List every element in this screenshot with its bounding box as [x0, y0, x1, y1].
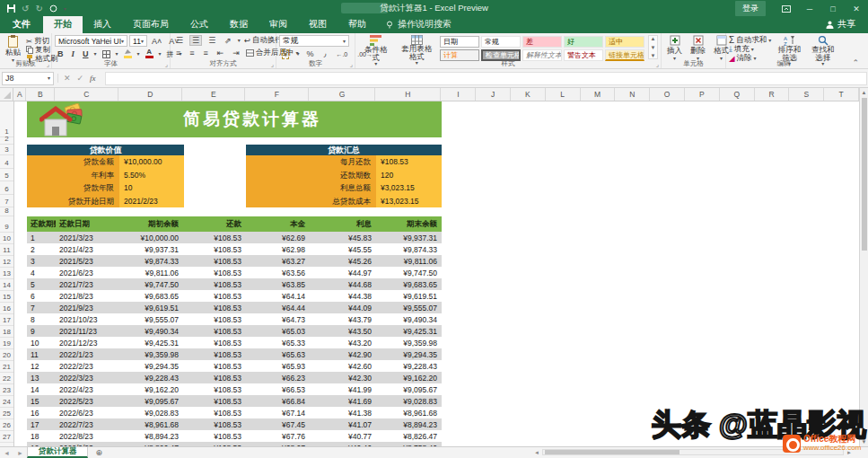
- underline-button[interactable]: U: [80, 48, 92, 59]
- loan-value[interactable]: ¥3,023.15: [376, 181, 442, 195]
- column-header-Q[interactable]: Q: [720, 88, 755, 101]
- row-header-18[interactable]: 18: [0, 326, 13, 338]
- align-bottom-icon[interactable]: ☰: [206, 35, 218, 46]
- loan-row-2[interactable]: 利息总额¥3,023.15: [246, 181, 442, 195]
- amort-row-3[interactable]: 32021/5/23¥9,874.33¥108.53¥63.27¥45.26¥9…: [27, 255, 442, 267]
- ribbon-tab-5[interactable]: 数据: [219, 16, 259, 33]
- decrease-indent-icon[interactable]: ⇤: [215, 48, 227, 58]
- font-name-select[interactable]: Microsoft YaHei UI▾: [55, 35, 127, 47]
- dialog-launcher-icon[interactable]: ⌟: [656, 61, 659, 68]
- enter-icon[interactable]: ✓: [77, 74, 84, 83]
- align-left-icon[interactable]: ≡: [173, 48, 183, 58]
- insert-cells-button[interactable]: 插入▾: [664, 35, 685, 59]
- format-as-table-button[interactable]: 套用表格格式▾: [397, 35, 437, 59]
- undo-icon[interactable]: ↺: [22, 4, 29, 13]
- loan-value[interactable]: ¥108.53: [376, 155, 442, 169]
- row-header-24[interactable]: 24: [0, 396, 13, 408]
- signin-button[interactable]: 登录: [735, 1, 766, 16]
- column-header-I[interactable]: I: [441, 88, 476, 101]
- column-header-A[interactable]: A: [13, 88, 26, 101]
- amort-row-10[interactable]: 102021/12/23¥9,425.31¥108.53¥65.33¥43.20…: [27, 337, 442, 348]
- row-header-17[interactable]: 17: [0, 314, 13, 326]
- ribbon-tab-6[interactable]: 审阅: [259, 16, 298, 33]
- amort-row-16[interactable]: 162022/6/23¥9,028.83¥108.53¥67.14¥41.38¥…: [27, 407, 442, 418]
- cell-style-neutral[interactable]: 适中: [605, 36, 644, 48]
- loan-values-block[interactable]: 贷款价值 贷款金额¥10,000.00年利率5.50%贷款年限10贷款开始日期2…: [27, 145, 184, 207]
- column-header-C[interactable]: C: [55, 88, 118, 101]
- sheet-nav-right-icon[interactable]: ►: [13, 450, 27, 456]
- column-header-R[interactable]: R: [755, 88, 790, 101]
- new-sheet-icon[interactable]: ⊕: [88, 448, 110, 457]
- column-header-K[interactable]: K: [511, 88, 546, 101]
- column-header-G[interactable]: G: [309, 88, 375, 101]
- row-header-25[interactable]: 25: [0, 408, 13, 419]
- bold-button[interactable]: B: [55, 48, 66, 59]
- maximize-icon[interactable]: □: [821, 0, 845, 17]
- cell-style-normal[interactable]: 常规: [481, 36, 521, 48]
- sheet-nav-left-icon[interactable]: ◄: [0, 450, 13, 456]
- delete-cells-button[interactable]: 删除▾: [688, 35, 708, 59]
- row-header-20[interactable]: 20: [0, 349, 13, 361]
- save-icon[interactable]: [7, 4, 15, 13]
- share-button[interactable]: 共享: [813, 16, 868, 33]
- sheet-banner[interactable]: 简易贷款计算器: [27, 101, 442, 137]
- column-header-M[interactable]: M: [581, 88, 616, 101]
- loan-row-2[interactable]: 贷款年限10: [27, 181, 184, 195]
- row-header-22[interactable]: 22: [0, 373, 13, 384]
- row-header-1[interactable]: 1: [0, 101, 13, 137]
- dialog-launcher-icon[interactable]: ⌟: [47, 61, 49, 68]
- row-header-27[interactable]: 27: [0, 431, 13, 443]
- align-right-icon[interactable]: ≡: [201, 48, 211, 58]
- row-header-5[interactable]: 5: [0, 169, 13, 181]
- row-header-3[interactable]: 3: [0, 145, 13, 155]
- row-header-9[interactable]: 9: [0, 216, 13, 233]
- fill-color-icon[interactable]: [121, 48, 135, 59]
- hscroll-thumb[interactable]: [545, 450, 679, 454]
- amort-row-17[interactable]: 172022/7/23¥8,961.68¥108.53¥67.45¥41.07¥…: [27, 418, 442, 430]
- touch-mode-icon[interactable]: [49, 4, 57, 13]
- accounting-dropdown-icon[interactable]: ▾: [296, 52, 299, 56]
- font-color-icon[interactable]: A: [143, 48, 156, 59]
- comma-style-icon[interactable]: ٫: [320, 48, 329, 59]
- ribbon-tab-0[interactable]: 文件: [0, 16, 43, 33]
- italic-button[interactable]: I: [69, 48, 78, 59]
- name-box[interactable]: J8▾: [2, 72, 54, 85]
- redo-icon[interactable]: ↻: [35, 4, 42, 13]
- collapse-ribbon-icon[interactable]: ⌃: [852, 58, 859, 67]
- row-header-11[interactable]: 11: [0, 244, 13, 256]
- sheet-grid[interactable]: 1234567891011121314151617181920212223242…: [0, 101, 859, 446]
- gallery-scroll[interactable]: ▲▼▼: [648, 35, 658, 59]
- column-header-F[interactable]: F: [245, 88, 309, 101]
- column-header-L[interactable]: L: [546, 88, 581, 101]
- font-color-dropdown-icon[interactable]: ▾: [159, 52, 162, 56]
- percent-style-icon[interactable]: %: [303, 48, 316, 59]
- dialog-launcher-icon[interactable]: ⌟: [165, 61, 168, 68]
- row-header-12[interactable]: 12: [0, 256, 13, 268]
- font-size-select[interactable]: 11▾: [129, 35, 147, 47]
- hscroll-left-icon[interactable]: ◄: [531, 450, 542, 455]
- align-middle-icon[interactable]: ☰: [189, 35, 202, 46]
- loan-row-3[interactable]: 贷款开始日期2021/2/23: [27, 195, 184, 208]
- sheet-tab-active[interactable]: 贷款计算器: [27, 447, 89, 458]
- row-header-8[interactable]: 8: [0, 207, 13, 216]
- row-header-14[interactable]: 14: [0, 279, 13, 291]
- row-header-19[interactable]: 19: [0, 338, 13, 349]
- row-header-6[interactable]: 6: [0, 181, 13, 195]
- loan-row-3[interactable]: 总贷款成本¥13,023.15: [246, 195, 442, 208]
- ribbon-display-options-icon[interactable]: [775, 0, 798, 17]
- row-header-7[interactable]: 7: [0, 195, 13, 207]
- amort-row-9[interactable]: 92021/11/23¥9,490.34¥108.53¥65.03¥43.50¥…: [27, 325, 442, 337]
- row-header-16[interactable]: 16: [0, 303, 13, 314]
- row-header-23[interactable]: 23: [0, 384, 13, 396]
- column-header-N[interactable]: N: [615, 88, 650, 101]
- row-header-13[interactable]: 13: [0, 268, 13, 279]
- conditional-formatting-button[interactable]: 条件格式▾: [358, 35, 394, 59]
- select-all-corner[interactable]: [0, 88, 13, 101]
- ribbon-tab-2[interactable]: 插入: [83, 16, 122, 33]
- ribbon-tab-8[interactable]: 帮助: [338, 16, 377, 33]
- loan-row-0[interactable]: 每月还款¥108.53: [246, 155, 442, 169]
- scroll-down-icon[interactable]: ▼: [862, 439, 867, 446]
- loan-value[interactable]: 10: [119, 181, 184, 195]
- loan-value[interactable]: 5.50%: [119, 169, 184, 182]
- qat-dropdown-icon[interactable]: ▾: [64, 7, 66, 11]
